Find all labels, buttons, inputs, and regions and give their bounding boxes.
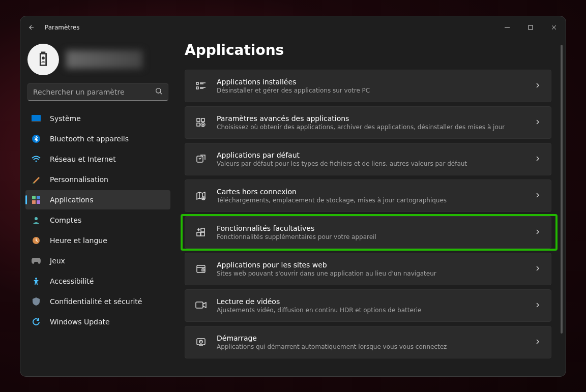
chevron-right-icon: [535, 300, 541, 310]
profile-name-blurred: [66, 50, 142, 69]
sidebar-item-time-language[interactable]: Heure et langue: [25, 231, 170, 250]
cards-list: Applications installées Désinstaller et …: [185, 70, 551, 358]
card-advanced-app-settings[interactable]: Paramètres avancés des applications Choi…: [185, 106, 551, 139]
close-button[interactable]: [542, 18, 566, 37]
sidebar-item-windows-update[interactable]: Windows Update: [25, 312, 170, 331]
svg-rect-14: [37, 200, 40, 204]
svg-rect-1: [529, 25, 533, 29]
svg-rect-18: [196, 82, 198, 84]
card-title: Lecture de vidéos: [217, 297, 524, 306]
card-title: Démarrage: [217, 334, 524, 342]
minimize-button[interactable]: [495, 18, 519, 37]
settings-window: Paramètres: [20, 16, 566, 377]
card-subtitle: Applications qui démarrent automatiqueme…: [217, 343, 524, 350]
video-icon: [195, 300, 207, 311]
card-title: Applications installées: [217, 78, 524, 86]
sidebar: Système Bluetooth et appareils Réseau et…: [20, 39, 175, 376]
sidebar-item-label: Confidentialité et sécurité: [50, 297, 142, 306]
card-video-playback[interactable]: Lecture de vidéos Ajustements vidéo, dif…: [185, 289, 551, 322]
window-title: Paramètres: [45, 24, 79, 31]
svg-line-6: [160, 93, 162, 94]
sidebar-item-label: Heure et langue: [50, 236, 107, 245]
chevron-right-icon: [535, 227, 541, 237]
card-optional-features[interactable]: Fonctionnalités facultatives Fonctionnal…: [185, 216, 551, 249]
search-input[interactable]: [33, 88, 155, 96]
svg-rect-25: [201, 118, 204, 122]
bluetooth-icon: [32, 134, 41, 143]
brush-icon: [32, 175, 41, 184]
sidebar-item-system[interactable]: Système: [25, 109, 170, 128]
svg-rect-7: [32, 115, 41, 121]
svg-rect-12: [37, 196, 40, 199]
card-installed-apps[interactable]: Applications installées Désinstaller et …: [185, 70, 551, 102]
avatar: [27, 44, 59, 75]
svg-point-17: [35, 278, 37, 280]
svg-point-10: [36, 160, 37, 162]
sidebar-item-accounts[interactable]: Comptes: [25, 210, 170, 230]
svg-point-28: [202, 124, 204, 125]
chevron-right-icon: [535, 337, 541, 347]
main-content: Applications Applications installées Dés…: [175, 39, 566, 376]
sidebar-item-personalization[interactable]: Personnalisation: [25, 170, 170, 189]
chevron-right-icon: [535, 154, 541, 164]
svg-rect-24: [197, 118, 200, 122]
sidebar-item-label: Bluetooth et appareils: [50, 135, 129, 143]
card-subtitle: Sites web pouvant s'ouvrir dans une appl…: [217, 270, 524, 277]
svg-point-27: [201, 123, 205, 127]
search-icon: [155, 87, 163, 97]
shield-icon: [32, 297, 41, 306]
card-default-apps[interactable]: Applications par défaut Valeurs par défa…: [185, 143, 551, 175]
sidebar-item-label: Comptes: [50, 216, 81, 224]
titlebar: Paramètres: [20, 16, 566, 39]
person-icon: [32, 216, 41, 225]
search-box[interactable]: [27, 83, 168, 101]
sidebar-item-gaming[interactable]: Jeux: [25, 251, 170, 270]
scrollbar[interactable]: [561, 45, 563, 366]
list-icon: [195, 80, 207, 92]
card-title: Applications par défaut: [217, 151, 524, 159]
card-title: Fonctionnalités facultatives: [217, 224, 524, 232]
website-app-icon: [195, 263, 207, 275]
svg-point-4: [42, 56, 45, 59]
sidebar-item-network[interactable]: Réseau et Internet: [25, 149, 170, 169]
sidebar-item-privacy[interactable]: Confidentialité et sécurité: [25, 292, 170, 311]
system-icon: [32, 114, 41, 123]
svg-rect-37: [201, 232, 204, 236]
profile-section[interactable]: [22, 44, 173, 83]
sidebar-item-label: Applications: [50, 196, 94, 204]
sidebar-item-label: Système: [50, 114, 81, 123]
sidebar-item-label: Windows Update: [50, 318, 110, 326]
chevron-right-icon: [535, 81, 541, 91]
svg-rect-35: [201, 228, 204, 232]
card-subtitle: Choisissez où obtenir des applications, …: [217, 124, 524, 131]
maximize-button[interactable]: [519, 18, 542, 37]
sidebar-item-bluetooth[interactable]: Bluetooth et appareils: [25, 129, 170, 148]
back-button[interactable]: [26, 22, 37, 33]
svg-rect-11: [32, 196, 36, 199]
sidebar-item-label: Réseau et Internet: [50, 155, 116, 163]
card-title: Cartes hors connexion: [217, 188, 524, 196]
page-title: Applications: [185, 42, 551, 58]
svg-rect-13: [32, 200, 36, 204]
apps-icon: [32, 195, 41, 204]
svg-rect-21: [196, 87, 198, 89]
svg-rect-8: [32, 122, 41, 122]
chevron-right-icon: [535, 264, 541, 274]
svg-point-15: [35, 217, 38, 220]
map-icon: [195, 190, 207, 201]
svg-rect-26: [197, 123, 200, 126]
clock-globe-icon: [32, 236, 41, 245]
card-apps-for-websites[interactable]: Applications pour les sites web Sites we…: [185, 253, 551, 285]
wifi-icon: [32, 155, 41, 164]
gamepad-icon: [32, 256, 41, 265]
svg-rect-42: [196, 302, 203, 308]
card-offline-maps[interactable]: Cartes hors connexion Téléchargements, e…: [185, 179, 551, 212]
sidebar-item-accessibility[interactable]: Accessibilité: [25, 272, 170, 291]
startup-icon: [195, 337, 207, 348]
card-startup[interactable]: Démarrage Applications qui démarrent aut…: [185, 326, 551, 358]
update-icon: [32, 317, 41, 326]
card-title: Applications pour les sites web: [217, 261, 524, 269]
scrollbar-thumb[interactable]: [561, 45, 563, 334]
sidebar-item-applications[interactable]: Applications: [25, 190, 170, 209]
card-subtitle: Valeurs par défaut pour les types de fic…: [217, 160, 524, 167]
